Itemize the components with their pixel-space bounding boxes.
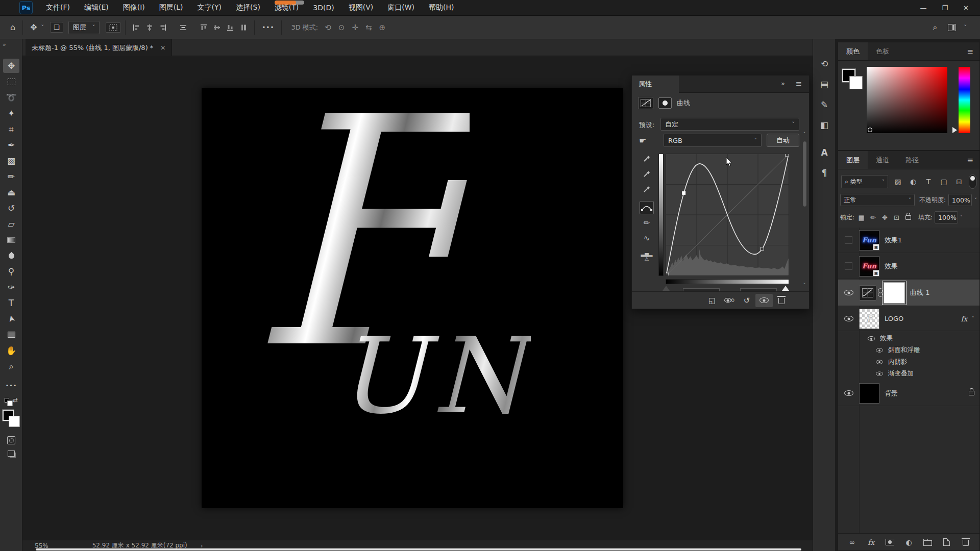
- mask-icon[interactable]: [658, 97, 672, 109]
- collapse-effects-icon[interactable]: ˄: [972, 315, 975, 322]
- filter-smart-objects-icon[interactable]: ⊡: [953, 178, 965, 186]
- chevron-down-icon[interactable]: ˅: [974, 197, 977, 203]
- panel-menu-icon[interactable]: ≡: [795, 79, 802, 88]
- history-brush-tool[interactable]: ↺: [3, 201, 19, 215]
- close-icon[interactable]: ✕: [963, 4, 969, 12]
- tab-layers[interactable]: 图层: [838, 151, 868, 169]
- new-layer-icon[interactable]: [941, 537, 953, 548]
- scroll-up-icon[interactable]: ˄: [803, 132, 806, 137]
- chevron-down-icon[interactable]: ˅: [960, 215, 963, 220]
- layer-row-logo[interactable]: F LOGO fx ˄: [838, 307, 979, 331]
- paragraph-panel-icon[interactable]: ¶: [813, 163, 836, 183]
- scrollbar-thumb[interactable]: [803, 141, 806, 207]
- threed-roll-icon[interactable]: ⊙: [335, 21, 349, 34]
- effect-row-gradient-overlay[interactable]: 渐变叠加: [838, 368, 979, 379]
- visibility-eye-icon[interactable]: [876, 371, 883, 375]
- visibility-eye-icon[interactable]: [844, 290, 853, 295]
- auto-select-target-dropdown[interactable]: 图层 ˅: [68, 21, 100, 34]
- chevron-down-icon[interactable]: ˅: [41, 24, 44, 31]
- visibility-eye-icon[interactable]: [844, 390, 853, 396]
- threed-slide-icon[interactable]: ⇆: [362, 21, 376, 34]
- document-tab[interactable]: 未标题-1 @ 55% (曲线 1, 图层蒙版/8) * ✕: [26, 39, 172, 56]
- effect-row-inner-shadow[interactable]: 内阴影: [838, 356, 979, 367]
- preset-dropdown[interactable]: 自定 ˅: [660, 118, 799, 131]
- reset-adjustment-icon[interactable]: ↺: [738, 294, 755, 307]
- lasso-tool[interactable]: ➰: [3, 90, 19, 105]
- tab-swatches[interactable]: 色板: [868, 42, 897, 60]
- home-icon[interactable]: ⌂: [7, 20, 18, 34]
- filter-shape-layers-icon[interactable]: ▢: [938, 178, 949, 186]
- healing-brush-tool[interactable]: ▩: [3, 154, 19, 168]
- layer-name[interactable]: 效果1: [885, 236, 902, 245]
- new-group-icon[interactable]: [922, 537, 934, 548]
- blend-mode-dropdown[interactable]: 正常 ˅: [840, 194, 915, 206]
- tab-close-icon[interactable]: ✕: [160, 44, 165, 52]
- layer-thumbnail[interactable]: Fun ▣: [859, 230, 879, 251]
- type-tool[interactable]: T: [3, 296, 19, 310]
- history-panel-icon[interactable]: ⟲: [813, 54, 836, 74]
- layer-mask-thumbnail[interactable]: [884, 282, 905, 304]
- move-tool-icon[interactable]: ✥: [27, 20, 40, 34]
- effects-header-row[interactable]: 效果: [838, 333, 979, 344]
- layer-name[interactable]: LOGO: [885, 315, 903, 322]
- panel-menu-icon[interactable]: ≡: [967, 151, 979, 169]
- collapse-panel-icon[interactable]: »: [781, 80, 785, 87]
- filter-adjustment-layers-icon[interactable]: ◐: [908, 178, 919, 186]
- panel-scrollbar[interactable]: ˄ ˅: [801, 132, 807, 288]
- add-adjustment-layer-icon[interactable]: ◐: [903, 537, 915, 548]
- align-right-icon[interactable]: [156, 22, 169, 33]
- lock-transparency-icon[interactable]: ▦: [856, 214, 866, 221]
- tab-color[interactable]: 颜色: [838, 42, 868, 60]
- curves-graph[interactable]: [666, 154, 789, 276]
- auto-button[interactable]: 自动: [767, 134, 799, 147]
- layer-row-curves1-selected[interactable]: 曲线 1: [838, 280, 979, 306]
- transform-controls-toggle[interactable]: [106, 22, 121, 33]
- document-canvas[interactable]: F UN: [202, 88, 623, 508]
- visibility-eye-icon[interactable]: [876, 348, 883, 352]
- mask-link-icon[interactable]: [877, 288, 883, 297]
- align-center-horizontal-icon[interactable]: [143, 22, 156, 33]
- menu-help[interactable]: 帮助(H): [422, 0, 461, 16]
- lock-artboard-icon[interactable]: ⊡: [892, 214, 901, 221]
- edit-toolbar-icon[interactable]: •••: [0, 382, 22, 389]
- link-layers-icon[interactable]: ∞: [846, 537, 859, 548]
- quick-mask-button[interactable]: [0, 436, 22, 444]
- scroll-down-icon[interactable]: ˅: [803, 283, 806, 288]
- filter-type-layers-icon[interactable]: T: [923, 178, 934, 186]
- align-bottom-icon[interactable]: [224, 22, 237, 33]
- menu-layer[interactable]: 图层(L): [152, 0, 190, 16]
- menu-filter[interactable]: 滤镜(T): [267, 0, 306, 16]
- menu-window[interactable]: 窗口(W): [380, 0, 422, 16]
- shadow-input-slider[interactable]: [663, 286, 670, 291]
- default-and-swap-colors[interactable]: ⇄: [0, 396, 22, 404]
- smooth-curve-icon[interactable]: ∿: [640, 232, 654, 245]
- horizontal-scrollbar[interactable]: [36, 548, 801, 550]
- foreground-background-swatches[interactable]: [0, 410, 22, 428]
- filter-pixel-layers-icon[interactable]: ▨: [892, 178, 903, 186]
- auto-select-toggle[interactable]: ❏: [50, 22, 63, 33]
- visibility-eye-icon[interactable]: [844, 316, 853, 321]
- workspace-icon[interactable]: [948, 24, 956, 31]
- filter-type-dropdown[interactable]: ⌕ 类型 ˅: [841, 175, 888, 188]
- menu-view[interactable]: 视图(V): [341, 0, 381, 16]
- hue-slider[interactable]: [959, 67, 970, 133]
- distribute-horizontal-icon[interactable]: [177, 22, 190, 33]
- dodge-tool[interactable]: ⚲: [3, 264, 19, 279]
- toolbar-collapse-icon[interactable]: »: [0, 41, 22, 48]
- threed-orbit-icon[interactable]: ⟲: [321, 21, 335, 34]
- visibility-eye-icon[interactable]: [868, 336, 875, 341]
- color-picker-marker[interactable]: [868, 128, 872, 132]
- minimize-icon[interactable]: —: [920, 4, 926, 12]
- lock-all-icon[interactable]: [905, 215, 911, 220]
- menu-type[interactable]: 文字(Y): [190, 0, 229, 16]
- add-layer-style-icon[interactable]: fx: [865, 537, 877, 548]
- histogram-warning-icon[interactable]: ▃▅▂ ⚠: [640, 250, 654, 263]
- delete-layer-icon[interactable]: [960, 537, 972, 548]
- search-icon[interactable]: ⌕: [930, 20, 941, 34]
- edit-points-curve-icon[interactable]: [640, 201, 654, 214]
- menu-file[interactable]: 文件(F): [39, 0, 77, 16]
- gradient-tool[interactable]: [3, 233, 19, 247]
- screen-mode-button[interactable]: [0, 450, 22, 457]
- tab-paths[interactable]: 路径: [897, 151, 927, 169]
- eyedropper-tool[interactable]: ✒: [3, 138, 19, 152]
